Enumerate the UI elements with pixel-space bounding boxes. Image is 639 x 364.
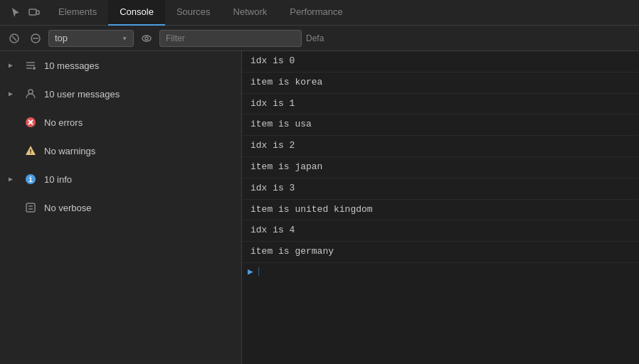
console-line: idx is 1 [242, 94, 639, 115]
svg-text:!: ! [28, 149, 32, 156]
tab-elements[interactable]: Elements [47, 0, 108, 26]
eye-icon[interactable] [138, 30, 155, 47]
expand-arrow-user-messages: ▶ [9, 90, 17, 98]
prompt-cursor[interactable]: | [256, 266, 262, 277]
console-line: item is united kingdom [242, 200, 639, 221]
info-icon: i [24, 173, 37, 186]
sidebar-item-errors[interactable]: ▶ No errors [0, 108, 241, 136]
sidebar-item-user-messages[interactable]: ▶ 10 user messages [0, 80, 241, 108]
svg-point-7 [145, 37, 148, 40]
svg-point-6 [142, 36, 151, 41]
console-line: item is germany [242, 242, 639, 263]
context-selector[interactable]: top ▾ [48, 30, 134, 47]
user-messages-label: 10 user messages [44, 89, 120, 100]
sidebar-item-messages[interactable]: ▶ 10 messages [0, 51, 241, 80]
default-label: Defa [306, 33, 324, 43]
sidebar-item-info[interactable]: ▶ i 10 info [0, 165, 241, 193]
tab-network[interactable]: Network [222, 0, 279, 26]
tab-bar-icons [3, 6, 47, 20]
verbose-label: No verbose [44, 203, 91, 213]
svg-line-3 [12, 36, 16, 41]
svg-rect-1 [36, 11, 39, 14]
sidebar-item-warnings[interactable]: ▶ ! No warnings [0, 136, 241, 165]
tab-sources[interactable]: Sources [165, 0, 222, 26]
device-icon[interactable] [27, 6, 41, 20]
info-label: 10 info [44, 174, 72, 185]
chevron-down-icon: ▾ [122, 33, 127, 44]
tab-console[interactable]: Console [108, 0, 165, 26]
console-output[interactable]: idx is 0item is koreaidx is 1item is usa… [242, 51, 639, 364]
tab-bar: Elements Console Sources Network Perform… [0, 0, 639, 26]
block-icon[interactable] [27, 30, 44, 47]
cursor-icon[interactable] [9, 6, 23, 20]
console-line: idx is 0 [242, 51, 639, 73]
console-line: idx is 2 [242, 136, 639, 157]
messages-label: 10 messages [44, 60, 99, 71]
context-value: top [55, 33, 68, 43]
svg-rect-0 [29, 9, 36, 15]
errors-label: No errors [44, 117, 83, 128]
svg-text:i: i [28, 176, 33, 184]
expand-arrow-messages: ▶ [9, 61, 17, 70]
svg-rect-20 [26, 203, 35, 212]
svg-point-11 [33, 67, 36, 70]
warning-icon: ! [24, 144, 37, 157]
clear-console-button[interactable] [6, 30, 23, 47]
svg-point-12 [28, 90, 33, 94]
console-line: idx is 3 [242, 178, 639, 200]
user-icon [24, 87, 37, 100]
console-line: item is usa [242, 114, 639, 136]
console-line: item is korea [242, 73, 639, 94]
console-sidebar: ▶ 10 messages ▶ 10 user messages [0, 51, 242, 364]
expand-arrow-info: ▶ [9, 175, 17, 183]
filter-input[interactable] [159, 30, 302, 47]
tab-performance[interactable]: Performance [278, 0, 354, 26]
main-content: ▶ 10 messages ▶ 10 user messages [0, 51, 639, 364]
console-line: item is japan [242, 157, 639, 178]
prompt-arrow-icon: ▶ [248, 266, 253, 277]
error-icon [24, 116, 37, 129]
warnings-label: No warnings [44, 146, 95, 156]
console-prompt-line: ▶ | [242, 263, 639, 280]
list-icon [24, 59, 37, 72]
console-line: idx is 4 [242, 220, 639, 242]
verbose-icon [24, 201, 37, 214]
console-toolbar: top ▾ Defa [0, 26, 639, 51]
sidebar-item-verbose[interactable]: ▶ No verbose [0, 193, 241, 222]
